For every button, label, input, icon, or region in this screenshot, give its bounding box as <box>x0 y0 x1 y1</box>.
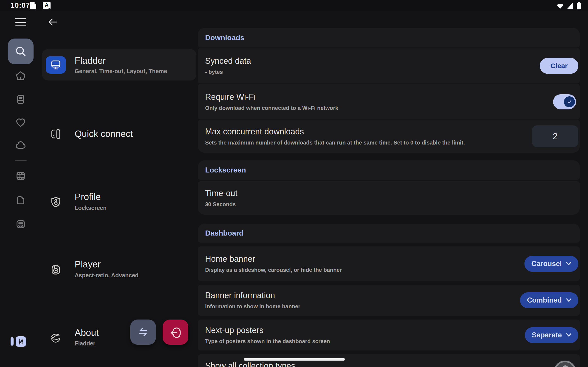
nav-item-about[interactable]: About Fladder <box>42 186 196 216</box>
row-next-up-posters[interactable]: Next-up posters Type of posters shown in… <box>198 319 580 350</box>
back-button[interactable] <box>47 17 58 27</box>
nav-item-subtitle: Aspect-ratio, Advanced <box>75 272 138 279</box>
app-screen: 10:07 A <box>0 0 588 367</box>
player-icon <box>50 263 62 275</box>
nav-item-quick-connect[interactable]: Quick connect <box>42 84 196 114</box>
row-subtitle: 30 Seconds <box>205 201 504 208</box>
require-wifi-toggle[interactable] <box>553 94 576 109</box>
row-subtitle: Display as a slideshow, carousel, or hid… <box>205 267 504 273</box>
row-subtitle: Sets the maximum number of downloads tha… <box>205 139 504 146</box>
switch-server-fab[interactable] <box>130 319 156 345</box>
dropdown-value: Separate <box>532 331 562 339</box>
section-header-label: Lockscreen <box>205 166 246 174</box>
banner-information-dropdown[interactable]: Combined <box>520 292 578 308</box>
section-header-lockscreen: Lockscreen <box>198 160 580 180</box>
settings-selected-indicator <box>10 337 14 346</box>
row-max-concurrent-downloads[interactable]: Max concurrent downloads Sets the maximu… <box>198 120 580 153</box>
home-banner-dropdown[interactable]: Carousel <box>524 256 578 272</box>
row-subtitle: Information to show in home banner <box>205 303 504 310</box>
nav-item-fladder[interactable]: Fladder General, Time-out, Layout, Theme <box>42 49 196 81</box>
logout-icon <box>169 325 182 339</box>
battery-icon <box>576 2 582 10</box>
dropdown-value: Carousel <box>531 260 562 268</box>
toggle-thumb <box>564 96 575 107</box>
row-title: Show all collection types <box>205 361 504 367</box>
person-icon <box>562 365 569 367</box>
row-home-banner[interactable]: Home banner Display as a slideshow, caro… <box>198 246 580 281</box>
navigation-rail <box>0 10 42 367</box>
back-arrow-icon <box>47 17 58 27</box>
section-header-downloads: Downloads <box>198 28 580 48</box>
row-title: Next-up posters <box>205 325 504 335</box>
cellular-signal-icon <box>567 2 573 9</box>
row-title: Banner information <box>205 290 504 300</box>
rail-divider <box>15 160 27 161</box>
row-show-all-collection-types[interactable]: Show all collection types <box>198 354 580 367</box>
nav-item-subtitle: Fladder <box>75 340 95 347</box>
section-header-label: Downloads <box>205 33 244 42</box>
row-title: Max concurrent downloads <box>205 127 504 137</box>
sd-card-icon <box>30 2 37 9</box>
row-require-wifi[interactable]: Require Wi-Fi Only download when connect… <box>198 84 580 119</box>
row-title: Require Wi-Fi <box>205 92 504 102</box>
settings-content: Downloads Synced data - bytes Clear Requ… <box>198 28 580 367</box>
row-subtitle: Only download when connected to a Wi-Fi … <box>205 105 504 111</box>
menu-hamburger-button[interactable] <box>15 18 26 26</box>
search-icon <box>15 45 27 58</box>
transfer-arrows-icon <box>137 325 150 339</box>
nav-item-title: About <box>75 327 99 338</box>
gesture-navigation-bar[interactable] <box>244 358 345 361</box>
max-downloads-value[interactable]: 2 <box>532 125 578 147</box>
row-banner-information[interactable]: Banner information Information to show i… <box>198 285 580 316</box>
row-title: Home banner <box>205 254 504 264</box>
dropdown-value: Combined <box>527 296 562 304</box>
status-bar: 10:07 A <box>0 0 588 10</box>
nav-item-subtitle: General, Time-out, Layout, Theme <box>75 67 167 75</box>
nav-item-title: Player <box>75 259 101 270</box>
section-header-dashboard: Dashboard <box>198 224 580 243</box>
status-right-icons <box>556 2 582 10</box>
nav-item-profile[interactable]: Profile Lockscreen <box>42 118 196 148</box>
chevron-down-icon <box>566 262 571 266</box>
row-timeout[interactable]: Time-out 30 Seconds <box>198 181 580 215</box>
search-button[interactable] <box>8 39 34 64</box>
row-title: Time-out <box>205 188 504 198</box>
row-synced-data[interactable]: Synced data - bytes Clear <box>198 48 580 83</box>
home-icon[interactable] <box>15 70 26 81</box>
clock: 10:07 <box>10 1 30 10</box>
nav-item-title: Fladder <box>75 55 106 66</box>
settings-button[interactable] <box>16 336 26 347</box>
section-header-label: Dashboard <box>205 229 243 237</box>
folder-icon[interactable] <box>15 194 26 206</box>
chevron-down-icon <box>566 298 571 302</box>
fladder-logo-icon <box>50 332 62 344</box>
media-film-icon[interactable] <box>15 170 26 181</box>
library-icon[interactable] <box>15 94 26 105</box>
chevron-down-icon <box>566 333 571 337</box>
notification-app-icon: A <box>43 2 51 9</box>
monitor-icon <box>46 56 66 74</box>
row-subtitle: - bytes <box>205 69 504 75</box>
cloud-sync-icon[interactable] <box>15 140 26 150</box>
wifi-icon <box>556 2 564 9</box>
logout-fab[interactable] <box>163 319 188 345</box>
status-left-icons: A <box>30 2 51 9</box>
clear-button[interactable]: Clear <box>540 58 578 74</box>
check-icon <box>566 98 573 105</box>
row-title: Synced data <box>205 56 504 66</box>
row-subtitle: Type of posters shown in the dashboard s… <box>205 338 504 345</box>
favorites-heart-icon[interactable] <box>15 117 26 128</box>
settings-sliders-icon <box>17 338 25 345</box>
collections-icon[interactable] <box>15 219 26 230</box>
next-up-posters-dropdown[interactable]: Separate <box>525 327 578 343</box>
nav-item-player[interactable]: Player Aspect-ratio, Advanced <box>42 152 196 181</box>
